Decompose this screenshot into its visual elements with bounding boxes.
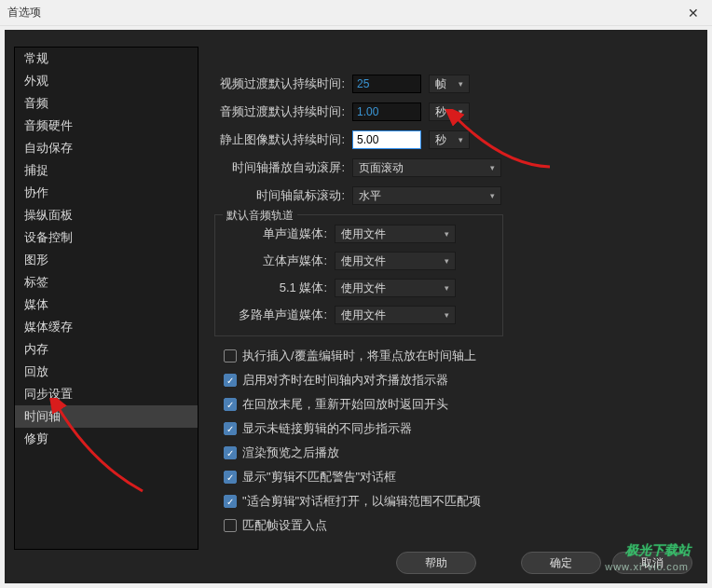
sidebar-item[interactable]: 常规: [15, 48, 198, 70]
chevron-down-icon: ▾: [445, 310, 449, 320]
watermark-url: www.xi*vic.com: [605, 561, 689, 572]
preferences-dialog: 首选项 ✕ 常规外观音频音频硬件自动保存捕捉协作操纵面板设备控制图形标签媒体媒体…: [0, 0, 712, 588]
mono-select[interactable]: 使用文件 ▾: [335, 225, 456, 243]
chevron-down-icon: ▾: [490, 191, 495, 200]
multi-label: 多路单声道媒体:: [226, 307, 335, 323]
select-value: 使用文件: [341, 308, 386, 323]
sidebar-item[interactable]: 内存: [15, 338, 198, 361]
select-value: 使用文件: [341, 226, 386, 242]
chevron-down-icon: ▾: [490, 163, 495, 172]
audio-transition-unit-select[interactable]: 秒 ▾: [429, 103, 470, 121]
video-transition-input[interactable]: [352, 75, 421, 93]
select-value: 水平: [359, 188, 381, 204]
checkbox-icon: ✓: [224, 495, 237, 508]
audio-transition-input[interactable]: [352, 103, 421, 121]
button-label: 确定: [550, 555, 572, 571]
sidebar-item[interactable]: 协作: [15, 182, 198, 204]
chevron-down-icon: ▾: [459, 107, 463, 116]
chevron-down-icon: ▾: [445, 256, 449, 266]
select-value: 秒: [435, 132, 446, 148]
sidebar-item[interactable]: 外观: [15, 70, 198, 92]
still-image-input[interactable]: [352, 130, 421, 149]
playback-scroll-select[interactable]: 页面滚动 ▾: [352, 158, 501, 177]
checkbox-row[interactable]: ✓在回放末尾，重新开始回放时返回开头: [214, 396, 699, 413]
fiveone-select[interactable]: 使用文件 ▾: [335, 279, 456, 297]
chevron-down-icon: ▾: [459, 79, 463, 89]
checkbox-label: 渲染预览之后播放: [242, 444, 339, 461]
mouse-scroll-select[interactable]: 水平 ▾: [352, 186, 501, 205]
ok-button[interactable]: 确定: [521, 552, 601, 574]
checkbox-label: 显示"剪辑不匹配警告"对话框: [242, 469, 396, 485]
sidebar-item[interactable]: 回放: [15, 361, 198, 383]
audio-transition-label: 音频过渡默认持续时间:: [214, 103, 352, 120]
sidebar-item[interactable]: 图形: [15, 249, 198, 271]
checkbox-label: 显示未链接剪辑的不同步指示器: [242, 420, 412, 437]
sidebar-item[interactable]: 同步设置: [15, 383, 198, 405]
checkbox-row[interactable]: 执行插入/覆盖编辑时，将重点放在时间轴上: [214, 348, 699, 364]
category-sidebar: 常规外观音频音频硬件自动保存捕捉协作操纵面板设备控制图形标签媒体媒体缓存内存回放…: [14, 47, 199, 550]
default-audio-fieldset: 默认音频轨道 单声道媒体: 使用文件 ▾ 立体声媒体: 使用文件 ▾: [214, 214, 503, 336]
chevron-down-icon: ▾: [445, 283, 449, 293]
dialog-body: 常规外观音频音频硬件自动保存捕捉协作操纵面板设备控制图形标签媒体媒体缓存内存回放…: [5, 30, 707, 583]
select-value: 秒: [435, 104, 446, 120]
multi-select[interactable]: 使用文件 ▾: [335, 306, 456, 324]
checkbox-icon: [224, 519, 237, 532]
checkbox-icon: ✓: [224, 471, 237, 484]
still-image-label: 静止图像默认持续时间:: [214, 131, 352, 148]
checkbox-label: 匹配帧设置入点: [242, 517, 327, 534]
select-value: 页面滚动: [359, 160, 404, 176]
stereo-select[interactable]: 使用文件 ▾: [335, 252, 456, 270]
sidebar-item[interactable]: 捕捉: [15, 159, 198, 182]
checkbox-label: 执行插入/覆盖编辑时，将重点放在时间轴上: [242, 348, 476, 364]
checkbox-row[interactable]: ✓启用对齐时在时间轴内对齐播放指示器: [214, 372, 699, 389]
close-icon[interactable]: ✕: [682, 4, 705, 22]
checkbox-icon: ✓: [224, 398, 237, 411]
titlebar: 首选项 ✕: [0, 0, 712, 26]
settings-panel: 视频过渡默认持续时间: 帧 ▾ 音频过渡默认持续时间: 秒 ▾ 静止图像默认持续…: [214, 75, 699, 541]
checkbox-icon: [224, 349, 237, 362]
checkbox-icon: ✓: [224, 446, 237, 459]
select-value: 使用文件: [341, 280, 386, 296]
checkbox-row[interactable]: ✓"适合剪辑"对话框打开，以编辑范围不匹配项: [214, 493, 699, 510]
sidebar-item[interactable]: 自动保存: [15, 137, 198, 159]
mouse-scroll-label: 时间轴鼠标滚动:: [214, 187, 352, 204]
checkbox-label: 启用对齐时在时间轴内对齐播放指示器: [242, 372, 448, 389]
fieldset-legend: 默认音频轨道: [223, 208, 297, 224]
checkbox-icon: ✓: [224, 374, 237, 387]
sidebar-item[interactable]: 时间轴: [15, 405, 198, 428]
sidebar-item[interactable]: 媒体: [15, 294, 198, 316]
stereo-label: 立体声媒体:: [226, 253, 335, 269]
playback-scroll-label: 时间轴播放自动滚屏:: [214, 159, 352, 176]
sidebar-item[interactable]: 修剪: [15, 428, 198, 450]
checkbox-icon: ✓: [224, 422, 237, 435]
sidebar-item[interactable]: 音频: [15, 92, 198, 115]
watermark-brand: 极光下载站: [625, 542, 691, 559]
sidebar-item[interactable]: 操纵面板: [15, 204, 198, 226]
sidebar-item[interactable]: 音频硬件: [15, 115, 198, 137]
sidebar-item[interactable]: 标签: [15, 271, 198, 294]
chevron-down-icon: ▾: [445, 229, 449, 239]
chevron-down-icon: ▾: [459, 135, 463, 144]
checkbox-row[interactable]: ✓显示未链接剪辑的不同步指示器: [214, 420, 699, 437]
checkbox-row[interactable]: 匹配帧设置入点: [214, 517, 699, 534]
still-image-unit-select[interactable]: 秒 ▾: [429, 130, 470, 149]
dialog-title: 首选项: [7, 5, 682, 21]
sidebar-item[interactable]: 媒体缓存: [15, 316, 198, 338]
fiveone-label: 5.1 媒体:: [226, 280, 335, 296]
help-button[interactable]: 帮助: [396, 552, 476, 574]
sidebar-item[interactable]: 设备控制: [15, 226, 198, 249]
select-value: 使用文件: [341, 253, 386, 269]
checkbox-row[interactable]: ✓显示"剪辑不匹配警告"对话框: [214, 469, 699, 485]
checkbox-row[interactable]: ✓渲染预览之后播放: [214, 444, 699, 461]
select-value: 帧: [435, 76, 446, 92]
checkbox-label: "适合剪辑"对话框打开，以编辑范围不匹配项: [242, 493, 481, 510]
checkbox-label: 在回放末尾，重新开始回放时返回开头: [242, 396, 448, 413]
button-label: 帮助: [425, 555, 447, 571]
video-transition-label: 视频过渡默认持续时间:: [214, 75, 352, 92]
mono-label: 单声道媒体:: [226, 226, 335, 242]
video-transition-unit-select[interactable]: 帧 ▾: [429, 75, 470, 93]
